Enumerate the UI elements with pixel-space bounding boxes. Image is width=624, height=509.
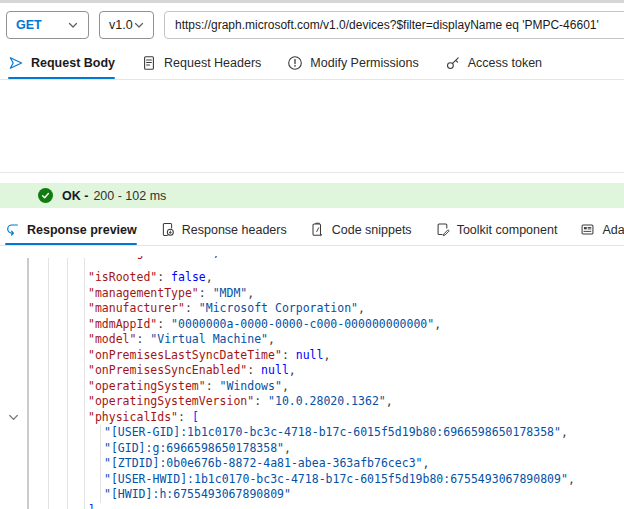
tab-response-preview[interactable]: Response preview: [5, 214, 137, 245]
code-token-string: "Windows": [220, 379, 282, 393]
reply-arrow-icon: [5, 222, 20, 237]
code-token-keyword: false: [171, 270, 206, 284]
code-line: "isManaged": false,: [0, 256, 624, 261]
code-token-key: "onPremisesLastSyncDateTime": [88, 348, 282, 362]
code-token-punct: ,: [568, 472, 575, 486]
tab-label: Access token: [468, 56, 542, 70]
code-token-punct: ,: [247, 286, 254, 300]
chevron-down-icon: [67, 19, 79, 31]
code-token-punct: ,: [282, 379, 289, 393]
code-line: "[GID]:g:6966598650178358",: [0, 441, 624, 457]
code-token-key: "model": [88, 332, 136, 346]
tab-access-token[interactable]: Access token: [445, 46, 542, 79]
code-token-punct: :: [199, 286, 213, 300]
response-editor[interactable]: "isManaged": false,"isRooted": false,"ma…: [0, 246, 624, 509]
code-line: "[ZTDID]:0b0e676b-8872-4a81-abea-363afb7…: [0, 456, 624, 472]
document-icon: [141, 55, 157, 71]
code-token-string: "[USER-HWID]:1b1c0170-bc3c-4718-b17c-601…: [104, 472, 568, 486]
http-method-value: GET: [16, 18, 42, 32]
clipped-code-line: "isManaged": false,: [0, 256, 624, 270]
code-token-punct: :: [254, 394, 268, 408]
code-token-punct: :: [247, 363, 261, 377]
tab-request-headers[interactable]: Request Headers: [141, 46, 261, 79]
code-token-key: "physicalIds": [88, 410, 178, 424]
code-line: "[USER-HWID]:1b1c0170-bc3c-4718-b17c-601…: [0, 472, 624, 488]
code-token-punct: :: [178, 410, 192, 424]
code-line: "[HWID]:h:6755493067890809": [0, 487, 624, 503]
warning-circle-icon: [287, 55, 303, 71]
tab-response-headers[interactable]: Response headers: [160, 214, 287, 245]
response-code: "isManaged": false,"isRooted": false,"ma…: [0, 246, 624, 509]
spacer: [0, 173, 624, 183]
tab-label: Code snippets: [332, 223, 412, 237]
clipboard-edit-icon: [435, 222, 450, 237]
code-line: ]: [0, 503, 624, 509]
code-token-keyword: null: [296, 348, 324, 362]
code-token-punct: :: [136, 332, 150, 346]
code-token-punct: ,: [386, 394, 393, 408]
code-token-punct: :: [164, 256, 178, 259]
code-token-string: "MDM": [213, 286, 248, 300]
tab-label: Toolkit component: [457, 223, 558, 237]
code-token-keyword: null: [261, 363, 289, 377]
tab-adaptive-cards[interactable]: Adaptive cards: [580, 214, 624, 245]
code-token-string: "[GID]:g:6966598650178358": [104, 441, 284, 455]
tab-toolkit-component[interactable]: Toolkit component: [435, 214, 558, 245]
code-token-punct: :: [282, 348, 296, 362]
code-token-punct: :: [157, 270, 171, 284]
code-token-key: "managementType": [88, 286, 199, 300]
request-tabs: Request Body Request Headers Modify Perm…: [0, 46, 624, 80]
code-token-punct: ,: [284, 441, 291, 455]
code-token-punct: ,: [358, 301, 365, 315]
chevron-down-icon: [133, 19, 145, 31]
card-icon: [580, 222, 595, 237]
request-bar: GET v1.0: [0, 3, 624, 46]
code-token-string: "0000000a-0000-0000-c000-000000000000": [171, 317, 434, 331]
code-token-string: "Microsoft Corporation": [199, 301, 358, 315]
code-line: "manufacturer": "Microsoft Corporation",: [0, 301, 624, 317]
tab-request-body[interactable]: Request Body: [8, 46, 115, 79]
code-token-key: "operatingSystem": [88, 379, 206, 393]
code-token-punct: ,: [434, 317, 441, 331]
api-version-select[interactable]: v1.0: [99, 11, 154, 39]
code-line: "managementType": "MDM",: [0, 286, 624, 302]
send-icon: [8, 55, 24, 71]
code-token-punct: ,: [213, 256, 220, 259]
code-token-bracket: [: [192, 410, 199, 424]
code-token-punct: ,: [289, 363, 296, 377]
status-detail: 200 - 102 ms: [93, 189, 166, 203]
code-token-punct: ,: [323, 348, 330, 362]
query-url-input[interactable]: [164, 11, 624, 39]
code-line: "[USER-GID]:1b1c0170-bc3c-4718-b17c-6015…: [0, 425, 624, 441]
code-token-punct: :: [206, 379, 220, 393]
code-token-key: "operatingSystemVersion": [88, 394, 254, 408]
api-version-value: v1.0: [109, 18, 133, 32]
response-status-bar: OK - 200 - 102 ms: [0, 183, 624, 208]
key-icon: [445, 55, 461, 71]
tab-label: Response preview: [27, 223, 137, 237]
code-token-string: "Virtual Machine": [150, 332, 268, 346]
success-check-icon: [38, 188, 53, 203]
code-token-string: "10.0.28020.1362": [268, 394, 386, 408]
code-token-key: "onPremisesSyncEnabled": [88, 363, 247, 377]
document-arrow-icon: [160, 222, 175, 237]
code-token-punct: ,: [423, 456, 430, 470]
tab-label: Request Headers: [164, 56, 261, 70]
code-token-string: "[HWID]:h:6755493067890809": [104, 487, 291, 501]
code-token-punct: ,: [561, 425, 568, 439]
tab-code-snippets[interactable]: Code snippets: [310, 214, 412, 245]
code-line: "isRooted": false,: [0, 270, 624, 286]
tab-label: Adaptive cards: [602, 223, 624, 237]
code-token-string: "[USER-GID]:1b1c0170-bc3c-4718-b17c-6015…: [104, 425, 561, 439]
tab-modify-permissions[interactable]: Modify Permissions: [287, 46, 418, 79]
code-line: "mdmAppId": "0000000a-0000-0000-c000-000…: [0, 317, 624, 333]
status-code-label: OK -: [62, 189, 88, 203]
code-token-punct: ,: [206, 270, 213, 284]
code-token-key: "mdmAppId": [88, 317, 157, 331]
active-tab-underline: [5, 243, 137, 246]
code-token-key: "manufacturer": [88, 301, 185, 315]
request-body-editor[interactable]: [0, 80, 624, 173]
code-clipboard-icon: [310, 222, 325, 237]
code-token-bracket: ]: [88, 503, 95, 509]
http-method-select[interactable]: GET: [6, 11, 89, 39]
